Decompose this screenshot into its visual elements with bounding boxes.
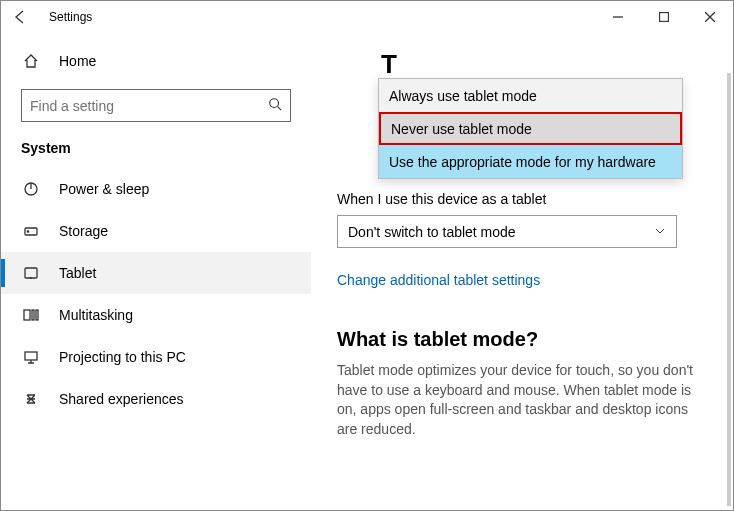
dropdown-option-never[interactable]: Never use tablet mode [379, 112, 682, 145]
dropdown-option-appropriate[interactable]: Use the appropriate mode for my hardware [379, 145, 682, 178]
sidebar-item-storage[interactable]: Storage [1, 210, 311, 252]
storage-icon [21, 223, 41, 239]
window-title: Settings [49, 10, 595, 24]
sidebar-item-power-sleep[interactable]: Power & sleep [1, 168, 311, 210]
svg-rect-5 [25, 268, 37, 278]
minimize-button[interactable] [595, 1, 641, 33]
sidebar: Home System Power & sleep Storage Tabl [1, 33, 311, 510]
tablet-icon [21, 265, 41, 281]
maximize-button[interactable] [641, 1, 687, 33]
sidebar-section-label: System [1, 140, 311, 168]
sidebar-item-tablet[interactable]: Tablet [1, 252, 311, 294]
description-tablet-mode: Tablet mode optimizes your device for to… [337, 361, 707, 439]
home-icon [21, 53, 41, 69]
sidebar-item-multitasking[interactable]: Multitasking [1, 294, 311, 336]
close-button[interactable] [687, 1, 733, 33]
svg-rect-9 [25, 352, 37, 360]
svg-rect-6 [24, 310, 30, 320]
sidebar-home-label: Home [59, 53, 96, 69]
sidebar-item-label: Storage [59, 223, 108, 239]
search-icon [268, 97, 282, 115]
multitasking-icon [21, 307, 41, 323]
shared-icon [21, 391, 41, 407]
svg-point-1 [270, 98, 279, 107]
sidebar-item-label: Projecting to this PC [59, 349, 186, 365]
select-value: Don't switch to tablet mode [348, 224, 516, 240]
scrollbar[interactable] [727, 73, 731, 506]
projecting-icon [21, 349, 41, 365]
svg-rect-8 [36, 310, 38, 320]
search-box[interactable] [21, 89, 291, 122]
search-input[interactable] [30, 98, 268, 114]
page-title-partial: T [381, 49, 397, 80]
back-button[interactable] [9, 5, 33, 29]
sidebar-item-projecting[interactable]: Projecting to this PC [1, 336, 311, 378]
heading-what-is-tablet: What is tablet mode? [337, 328, 707, 351]
dropdown-option-always[interactable]: Always use tablet mode [379, 79, 682, 112]
svg-point-4 [27, 231, 28, 232]
sidebar-item-shared-experiences[interactable]: Shared experiences [1, 378, 311, 420]
sidebar-item-label: Shared experiences [59, 391, 184, 407]
svg-rect-7 [32, 310, 34, 320]
select-device-tablet[interactable]: Don't switch to tablet mode [337, 215, 677, 248]
dropdown-sign-in-mode: Always use tablet mode Never use tablet … [378, 78, 683, 179]
svg-rect-0 [660, 13, 669, 22]
sidebar-item-label: Tablet [59, 265, 96, 281]
link-additional-settings[interactable]: Change additional tablet settings [337, 272, 707, 288]
field-label-device-tablet: When I use this device as a tablet [337, 191, 707, 207]
chevron-down-icon [654, 224, 666, 240]
sidebar-item-label: Multitasking [59, 307, 133, 323]
sidebar-item-label: Power & sleep [59, 181, 149, 197]
sidebar-home[interactable]: Home [1, 45, 311, 77]
power-icon [21, 181, 41, 197]
